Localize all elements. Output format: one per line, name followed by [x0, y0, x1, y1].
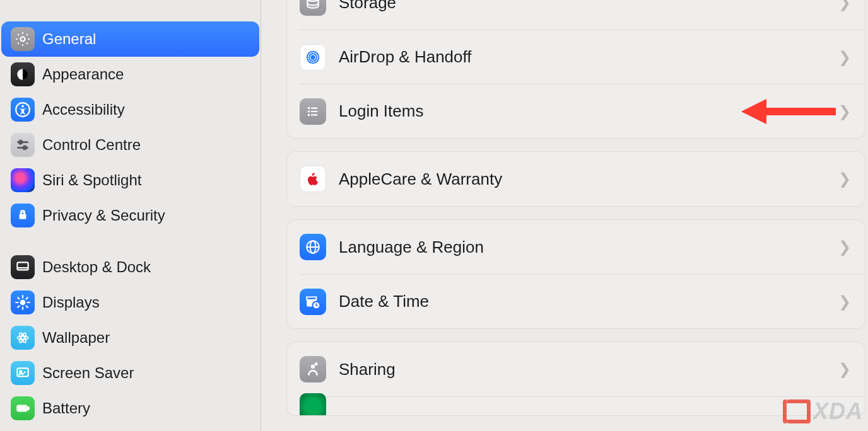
- row-label: AppleCare & Warranty: [339, 170, 838, 189]
- svg-point-12: [20, 300, 26, 306]
- svg-point-38: [308, 113, 310, 115]
- chevron-right-icon: ❯: [838, 238, 851, 256]
- chevron-right-icon: ❯: [838, 293, 851, 311]
- row-label: Storage: [339, 0, 838, 13]
- svg-rect-35: [311, 107, 318, 108]
- chevron-right-icon: ❯: [838, 360, 851, 378]
- row-sharing[interactable]: Sharing ❯: [287, 342, 865, 396]
- svg-point-0: [21, 37, 25, 42]
- svg-point-3: [21, 105, 24, 108]
- airdrop-icon: [300, 44, 326, 71]
- screen-saver-icon: [11, 361, 35, 385]
- row-cut-off[interactable]: [300, 396, 865, 415]
- chevron-right-icon: ❯: [838, 0, 851, 11]
- svg-line-18: [26, 306, 28, 307]
- sidebar-item-displays[interactable]: Displays: [1, 285, 259, 320]
- sidebar-item-siri-spotlight[interactable]: Siri & Spotlight: [1, 163, 259, 198]
- sidebar-item-label: Battery: [42, 399, 90, 417]
- privacy-icon: [11, 204, 35, 227]
- svg-point-7: [23, 146, 26, 149]
- sidebar-item-label: Wallpaper: [42, 329, 110, 347]
- svg-line-19: [18, 306, 19, 307]
- login-items-icon: [300, 98, 326, 125]
- sidebar-item-label: Accessibility: [42, 101, 125, 118]
- sidebar-item-label: Desktop & Dock: [42, 258, 151, 276]
- sidebar-item-general[interactable]: General: [1, 21, 259, 57]
- row-date-time[interactable]: Date & Time ❯: [300, 274, 865, 328]
- sidebar-item-control-centre[interactable]: Control Centre: [1, 127, 259, 163]
- gear-icon: [11, 27, 35, 51]
- svg-point-5: [19, 141, 22, 144]
- row-label: Date & Time: [339, 292, 838, 311]
- settings-group: Storage ❯ AirDrop & Handoff ❯ Login Item…: [286, 0, 865, 139]
- sidebar-item-cut-off: [0, 0, 261, 5]
- row-label: Login Items: [339, 101, 838, 121]
- svg-rect-39: [311, 114, 318, 115]
- row-login-items[interactable]: Login Items ❯: [300, 84, 865, 138]
- storage-icon: [300, 0, 326, 16]
- svg-point-46: [311, 364, 315, 369]
- row-applecare-warranty[interactable]: AppleCare & Warranty ❯: [287, 152, 865, 206]
- sidebar-item-label: Siri & Spotlight: [42, 171, 141, 189]
- row-label: Language & Region: [339, 238, 838, 257]
- svg-rect-29: [19, 407, 26, 410]
- svg-line-17: [18, 297, 19, 299]
- chevron-right-icon: ❯: [838, 170, 851, 188]
- svg-line-20: [26, 297, 28, 299]
- accessibility-icon: [11, 98, 35, 122]
- svg-rect-10: [17, 262, 28, 270]
- sidebar-item-desktop-dock[interactable]: Desktop & Dock: [1, 250, 259, 285]
- svg-point-34: [308, 106, 310, 108]
- row-label: AirDrop & Handoff: [339, 47, 838, 67]
- row-storage[interactable]: Storage ❯: [287, 0, 865, 30]
- wallpaper-icon: [11, 326, 35, 350]
- desktop-dock-icon: [11, 255, 35, 279]
- sidebar-item-label: Appearance: [42, 66, 124, 83]
- unknown-icon: [300, 393, 326, 417]
- sharing-icon: [300, 356, 326, 382]
- appearance-icon: [11, 62, 35, 86]
- svg-point-36: [308, 110, 310, 112]
- settings-sidebar: General Appearance Accessibility Control…: [0, 0, 261, 431]
- sidebar-item-accessibility[interactable]: Accessibility: [1, 92, 259, 127]
- battery-icon: [11, 396, 35, 420]
- siri-icon: [11, 168, 35, 192]
- svg-rect-28: [28, 407, 29, 410]
- row-airdrop-handoff[interactable]: AirDrop & Handoff ❯: [300, 30, 865, 84]
- date-time-icon: [300, 289, 326, 315]
- svg-rect-44: [307, 297, 316, 299]
- control-centre-icon: [11, 133, 35, 157]
- sidebar-item-wallpaper[interactable]: Wallpaper: [1, 320, 259, 355]
- svg-point-30: [307, 0, 318, 1]
- general-settings-panel: Storage ❯ AirDrop & Handoff ❯ Login Item…: [261, 0, 868, 431]
- row-language-region[interactable]: Language & Region ❯: [287, 220, 865, 274]
- sidebar-item-privacy-security[interactable]: Privacy & Security: [1, 198, 259, 233]
- sidebar-item-appearance[interactable]: Appearance: [1, 57, 259, 92]
- sidebar-item-label: General: [42, 30, 96, 48]
- sidebar-item-label: Control Centre: [42, 136, 141, 154]
- chevron-right-icon: ❯: [838, 49, 851, 66]
- displays-icon: [11, 290, 35, 314]
- sidebar-item-screen-saver[interactable]: Screen Saver: [1, 355, 259, 391]
- settings-group: AppleCare & Warranty ❯: [286, 151, 865, 207]
- svg-point-31: [311, 55, 314, 59]
- chevron-right-icon: ❯: [838, 103, 851, 120]
- settings-group: Sharing ❯: [286, 342, 865, 416]
- sidebar-item-battery[interactable]: Battery: [1, 391, 259, 426]
- language-region-icon: [300, 234, 326, 260]
- sidebar-item-label: Displays: [42, 294, 100, 311]
- settings-group: Language & Region ❯ Date & Time ❯: [286, 219, 865, 329]
- svg-rect-37: [311, 110, 318, 112]
- row-label: Sharing: [339, 360, 838, 379]
- sidebar-item-label: Privacy & Security: [42, 207, 165, 224]
- sidebar-item-label: Screen Saver: [42, 364, 134, 382]
- applecare-icon: [300, 166, 326, 192]
